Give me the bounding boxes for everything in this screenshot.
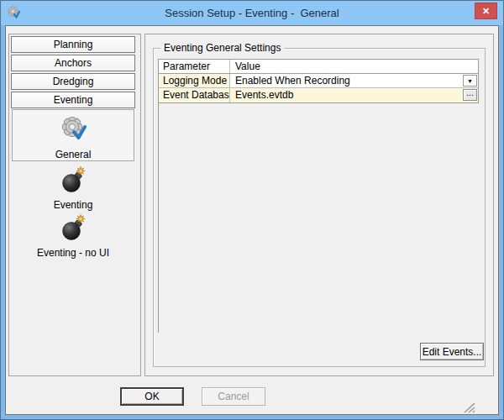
value-cell-logging-mode[interactable]: Enabled When Recording ▼ [230, 74, 478, 87]
sidebar-item-anchors[interactable]: Anchors [11, 55, 135, 71]
sidebar-item-eventing-page[interactable]: Eventing [12, 166, 134, 207]
close-icon: ✕ [482, 6, 490, 17]
param-cell-event-database: Event Database [159, 88, 230, 102]
ok-button[interactable]: OK [120, 387, 184, 406]
table-row: Event Database Events.evtdb ... [159, 88, 478, 102]
bomb-icon [60, 214, 87, 244]
sidebar-item-dredging[interactable]: Dredging [11, 73, 135, 90]
titlebar[interactable]: Session Setup - Eventing - General ✕ [1, 1, 503, 25]
sidebar-item-eventing-no-ui[interactable]: Eventing - no UI [12, 214, 134, 263]
resize-grip[interactable] [460, 401, 477, 413]
event-database-browse-button[interactable]: ... [463, 89, 477, 101]
param-cell-logging-mode: Logging Mode [159, 74, 230, 87]
sidebar-item-general-selected[interactable]: General [12, 109, 134, 161]
chevron-down-icon: ▼ [467, 78, 473, 84]
sidebar-item-label: General [55, 149, 92, 160]
table-header-row: Parameter Value [159, 60, 478, 74]
eventing-general-settings-group: Eventing General Settings Parameter Valu… [153, 48, 486, 367]
gear-check-icon [60, 116, 87, 146]
logging-mode-value: Enabled When Recording [235, 75, 350, 87]
parameter-table: Parameter Value Logging Mode Enabled Whe… [159, 59, 479, 103]
bomb-icon [60, 166, 87, 197]
table-row: Logging Mode Enabled When Recording ▼ [159, 74, 478, 88]
edit-events-button[interactable]: Edit Events... [420, 343, 484, 360]
value-cell-event-database[interactable]: Events.evtdb ... [230, 88, 478, 102]
session-setup-dialog: Session Setup - Eventing - General ✕ Pla… [0, 0, 504, 420]
cancel-button[interactable]: Cancel [202, 387, 265, 406]
event-database-value: Events.evtdb [235, 89, 293, 101]
window-title: Session Setup - Eventing - General [1, 7, 503, 19]
close-button[interactable]: ✕ [475, 3, 497, 19]
groupbox-title: Eventing General Settings [160, 42, 284, 54]
parameter-grid: Parameter Value Logging Mode Enabled Whe… [158, 59, 479, 333]
column-header-value: Value [230, 60, 478, 73]
sidebar-item-eventing[interactable]: Eventing [11, 92, 135, 108]
ellipsis-icon: ... [466, 88, 473, 97]
settings-panel: Eventing General Settings Parameter Valu… [144, 34, 494, 376]
category-sidebar: Planning Anchors Dredging Eventing [8, 34, 141, 376]
sidebar-item-label: Eventing [54, 199, 93, 211]
sidebar-item-planning[interactable]: Planning [11, 36, 135, 53]
dialog-client-area: Planning Anchors Dredging Eventing [5, 25, 499, 415]
sidebar-item-label: Eventing - no UI [37, 247, 109, 259]
column-header-parameter: Parameter [159, 60, 230, 73]
logging-mode-dropdown-button[interactable]: ▼ [463, 75, 477, 87]
